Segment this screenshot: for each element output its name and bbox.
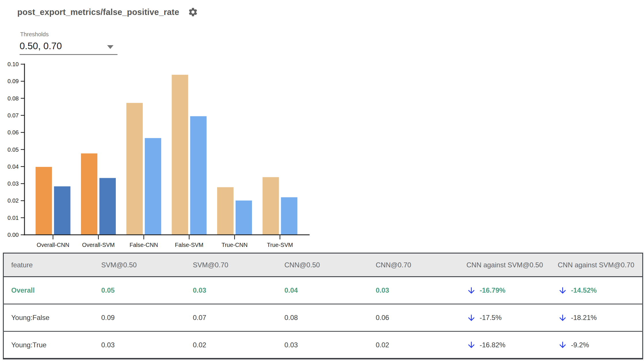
bar-false-cnn-threshold-0-50[interactable] xyxy=(126,103,143,235)
bar-false-svm-threshold-0-70[interactable] xyxy=(190,116,207,235)
y-axis-tick-label: 0.04 xyxy=(7,163,19,170)
cnn-070-cell: 0.06 xyxy=(376,304,467,331)
bar-true-cnn-threshold-0-50[interactable] xyxy=(217,187,234,235)
x-axis-label-overall-svm: Overall-SVM xyxy=(82,242,115,248)
bar-overall-cnn-threshold-0-50[interactable] xyxy=(36,167,52,235)
down-arrow-icon xyxy=(467,340,476,350)
bar-false-svm-threshold-0-50[interactable] xyxy=(172,75,188,235)
col-header-cnn-050: CNN@0.50 xyxy=(285,253,376,277)
svm-050-cell: 0.05 xyxy=(101,277,193,304)
delta-against-svm-070-cell: -9.2% xyxy=(558,331,643,359)
col-header-feature: feature xyxy=(3,253,101,277)
cnn-050-cell: 0.04 xyxy=(285,277,376,304)
down-arrow-icon xyxy=(558,340,567,350)
delta-against-svm-050-cell: -16.82% xyxy=(467,331,558,359)
col-header-cnn-070: CNN@0.70 xyxy=(376,253,467,277)
y-axis-tick-label: 0.02 xyxy=(7,197,19,204)
svm-070-cell: 0.02 xyxy=(193,331,285,359)
x-axis-label-false-cnn: False-CNN xyxy=(130,242,158,248)
bar-true-svm-threshold-0-70[interactable] xyxy=(281,197,298,235)
delta-value: -16.82% xyxy=(480,341,505,349)
svm-050-cell: 0.09 xyxy=(101,304,193,331)
y-axis-tick-label: 0.00 xyxy=(7,232,19,238)
delta-against-svm-070-cell: -14.52% xyxy=(558,277,643,304)
delta-value: -18.21% xyxy=(571,314,597,322)
y-axis-tick-label: 0.08 xyxy=(7,95,19,102)
svm-070-cell: 0.07 xyxy=(193,304,285,331)
down-arrow-icon xyxy=(558,313,567,323)
bar-overall-svm-threshold-0-50[interactable] xyxy=(81,153,97,235)
y-axis-tick-label: 0.10 xyxy=(7,61,19,67)
col-header-cnn-against-svm-050: CNN against SVM@0.50 xyxy=(467,253,558,277)
col-header-cnn-against-svm-070: CNN against SVM@0.70 xyxy=(558,253,643,277)
x-axis-label-overall-cnn: Overall-CNN xyxy=(37,242,69,248)
delta-value: -14.52% xyxy=(571,286,597,294)
delta-against-svm-070-cell: -18.21% xyxy=(558,304,643,331)
thresholds-dropdown[interactable]: Thresholds 0.50, 0.70 xyxy=(20,31,118,55)
feature-cell: Young:True xyxy=(3,331,101,359)
svm-070-cell: 0.03 xyxy=(193,277,285,304)
col-header-svm-070: SVM@0.70 xyxy=(193,253,285,277)
x-axis-label-true-cnn: True-CNN xyxy=(221,242,247,248)
down-arrow-icon xyxy=(467,313,476,323)
thresholds-label: Thresholds xyxy=(20,31,118,38)
table-header-row: feature SVM@0.50 SVM@0.70 CNN@0.50 CNN@0… xyxy=(3,253,643,277)
metrics-table-body: Overall0.050.030.040.03-16.79%-14.52%You… xyxy=(3,277,643,359)
x-axis-label-true-svm: True-SVM xyxy=(267,242,293,248)
page-title: post_export_metrics/false_positive_rate xyxy=(17,7,179,17)
bar-overall-cnn-threshold-0-70[interactable] xyxy=(54,186,71,235)
table-row-young-true[interactable]: Young:True0.030.020.030.02-16.82%-9.2% xyxy=(3,331,643,359)
table-row-overall[interactable]: Overall0.050.030.040.03-16.79%-14.52% xyxy=(3,277,643,304)
feature-cell: Young:False xyxy=(3,304,101,331)
delta-value: -17.5% xyxy=(480,314,502,322)
dropdown-caret-icon[interactable] xyxy=(107,45,113,49)
delta-value: -16.79% xyxy=(480,286,505,294)
y-axis-tick-label: 0.05 xyxy=(7,146,19,153)
bar-false-cnn-threshold-0-70[interactable] xyxy=(145,138,161,235)
y-axis-tick-label: 0.03 xyxy=(7,180,19,187)
y-axis-tick-label: 0.06 xyxy=(7,129,19,136)
y-axis-tick-label: 0.01 xyxy=(7,215,19,221)
svm-050-cell: 0.03 xyxy=(101,331,193,359)
cnn-050-cell: 0.03 xyxy=(285,331,376,359)
panel-header: post_export_metrics/false_positive_rate xyxy=(17,7,198,17)
dropdown-underline xyxy=(20,54,118,55)
feature-cell: Overall xyxy=(3,277,101,304)
bar-true-cnn-threshold-0-70[interactable] xyxy=(236,201,252,235)
settings-gear-icon[interactable] xyxy=(188,7,198,17)
col-header-svm-050: SVM@0.50 xyxy=(101,253,193,277)
cnn-070-cell: 0.03 xyxy=(376,277,467,304)
delta-value: -9.2% xyxy=(571,341,589,349)
down-arrow-icon xyxy=(558,286,567,295)
cnn-050-cell: 0.08 xyxy=(285,304,376,331)
y-axis-tick-label: 0.07 xyxy=(7,112,19,119)
delta-against-svm-050-cell: -16.79% xyxy=(467,277,558,304)
metrics-table: feature SVM@0.50 SVM@0.70 CNN@0.50 CNN@0… xyxy=(3,253,643,359)
bar-true-svm-threshold-0-50[interactable] xyxy=(263,177,279,235)
bar-overall-svm-threshold-0-70[interactable] xyxy=(99,178,116,235)
x-axis-label-false-svm: False-SVM xyxy=(175,242,203,248)
down-arrow-icon xyxy=(467,286,476,295)
y-axis-tick-label: 0.09 xyxy=(7,78,19,84)
table-row-young-false[interactable]: Young:False0.090.070.080.06-17.5%-18.21% xyxy=(3,304,643,331)
cnn-070-cell: 0.02 xyxy=(376,331,467,359)
thresholds-value: 0.50, 0.70 xyxy=(20,41,62,52)
metrics-panel: 0.000.010.020.030.040.050.060.070.080.09… xyxy=(0,0,644,362)
delta-against-svm-050-cell: -17.5% xyxy=(467,304,558,331)
